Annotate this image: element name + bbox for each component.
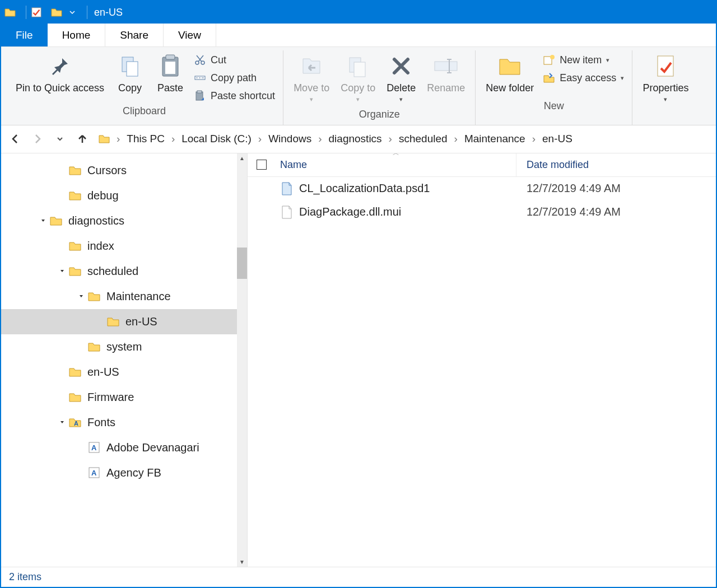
column-headers: ︿ Name Date modified — [248, 153, 716, 177]
file-row[interactable]: DiagPackage.dll.mui12/7/2019 4:49 AM — [248, 200, 716, 224]
folder-icon — [68, 365, 82, 379]
tab-home[interactable]: Home — [48, 24, 106, 46]
nav-tree[interactable]: CursorsdebugdiagnosticsindexscheduledMai… — [1, 153, 248, 567]
breadcrumb-item[interactable]: Windows — [265, 130, 315, 147]
file-date: 12/7/2019 4:49 AM — [516, 206, 716, 218]
chevron-down-icon: ▾ — [356, 96, 360, 103]
qat-properties-icon[interactable] — [31, 5, 42, 20]
copy-button[interactable]: Copy — [110, 50, 150, 97]
tab-file[interactable]: File — [1, 24, 48, 46]
back-button[interactable] — [8, 132, 22, 146]
tab-view[interactable]: View — [164, 24, 216, 46]
forward-button[interactable] — [30, 132, 45, 146]
copy-path-icon — [194, 72, 206, 84]
window-title: en-US — [94, 7, 123, 18]
breadcrumb-item[interactable]: This PC — [123, 130, 168, 147]
main-split: CursorsdebugdiagnosticsindexscheduledMai… — [1, 153, 716, 567]
breadcrumb-item[interactable]: Maintenance — [461, 130, 529, 147]
tree-item-label: scheduled — [87, 265, 138, 278]
folder-icon — [68, 264, 82, 278]
move-to-button[interactable]: Move to ▾ — [288, 50, 335, 105]
svg-text:A: A — [74, 420, 78, 427]
delete-button[interactable]: Delete ▾ — [381, 50, 421, 105]
chevron-down-icon: ▾ — [606, 57, 609, 64]
tree-chevron-icon[interactable] — [75, 293, 87, 300]
tree-item-label: Cursors — [87, 164, 127, 177]
breadcrumb-item[interactable]: scheduled — [395, 130, 451, 147]
tree-item-diagnostics[interactable]: diagnostics — [1, 208, 247, 234]
tree-item-agency-fb[interactable]: AAgency FB — [1, 460, 247, 486]
chevron-down-icon: ▾ — [310, 96, 313, 103]
tree-scrollbar[interactable]: ▲ ▼ — [237, 153, 247, 567]
breadcrumb-item[interactable]: diagnostics — [325, 130, 385, 147]
rename-button[interactable]: Rename — [421, 50, 471, 97]
tree-item-index[interactable]: index — [1, 234, 247, 259]
paste-shortcut-icon — [194, 90, 206, 102]
file-name: CL_LocalizationData.psd1 — [299, 182, 430, 195]
tree-item-en-us[interactable]: en-US — [1, 360, 247, 385]
breadcrumb-item[interactable]: Local Disk (C:) — [178, 130, 255, 147]
tree-chevron-icon[interactable] — [56, 419, 68, 426]
scroll-thumb[interactable] — [237, 248, 247, 279]
paste-shortcut-button[interactable]: Paste shortcut — [194, 90, 275, 102]
tree-item-system[interactable]: system — [1, 334, 247, 360]
folder-icon — [49, 214, 63, 227]
breadcrumb-sep[interactable]: › — [453, 133, 459, 145]
folder-icon — [68, 390, 82, 404]
group-open: Properties ▾ — [632, 50, 699, 125]
qat-folder-icon[interactable] — [51, 5, 62, 20]
tree-item-cursors[interactable]: Cursors — [1, 158, 247, 183]
cut-button[interactable]: Cut — [194, 54, 275, 66]
breadcrumb-sep[interactable]: › — [388, 133, 393, 145]
tree-item-adobe-devanagari[interactable]: AAdobe Devanagari — [1, 435, 247, 460]
paste-button[interactable]: Paste — [150, 50, 190, 97]
sort-indicator-icon: ︿ — [393, 153, 399, 158]
new-item-button[interactable]: New item ▾ — [543, 54, 624, 66]
titlebar-divider — [26, 6, 26, 19]
chevron-down-icon: ▾ — [621, 74, 624, 82]
column-name[interactable]: ︿ Name — [276, 153, 516, 176]
scroll-up-arrow[interactable]: ▲ — [237, 153, 247, 164]
breadcrumb-sep[interactable]: › — [531, 133, 537, 145]
new-item-icon — [543, 54, 555, 66]
breadcrumb-sep[interactable]: › — [317, 133, 323, 145]
breadcrumb-item[interactable]: en-US — [539, 130, 576, 147]
up-button[interactable] — [75, 132, 90, 146]
tree-chevron-icon[interactable] — [37, 217, 49, 224]
group-organize: Move to ▾ Copy to ▾ Delete ▾ — [283, 50, 476, 125]
tree-chevron-icon[interactable] — [56, 268, 68, 274]
chevron-down-icon: ▾ — [399, 96, 403, 103]
tree-item-maintenance[interactable]: Maintenance — [1, 284, 247, 309]
svg-rect-12 — [354, 62, 365, 77]
tree-item-label: system — [106, 340, 142, 353]
tree-item-en-us[interactable]: en-US — [1, 309, 247, 334]
tree-item-fonts[interactable]: AFonts — [1, 410, 247, 435]
breadcrumb-sep[interactable]: › — [115, 133, 121, 145]
file-date: 12/7/2019 4:49 AM — [516, 182, 716, 195]
breadcrumbs[interactable]: › This PC › Local Disk (C:) › Windows › … — [97, 130, 709, 147]
copy-icon — [117, 53, 143, 80]
select-all-checkbox[interactable] — [248, 160, 276, 170]
pin-to-quick-access-button[interactable]: Pin to Quick access — [10, 50, 110, 97]
recent-dropdown[interactable] — [53, 132, 67, 146]
file-row[interactable]: CL_LocalizationData.psd112/7/2019 4:49 A… — [248, 177, 716, 200]
tree-item-firmware[interactable]: Firmware — [1, 385, 247, 410]
file-list: ︿ Name Date modified CL_LocalizationData… — [248, 153, 716, 567]
breadcrumb-sep[interactable]: › — [257, 133, 263, 145]
qat-dropdown-icon[interactable] — [68, 5, 77, 20]
copy-path-button[interactable]: Copy path — [194, 72, 275, 84]
tree-item-label: diagnostics — [68, 214, 124, 227]
tree-item-scheduled[interactable]: scheduled — [1, 259, 247, 284]
breadcrumb-sep[interactable]: › — [170, 133, 176, 145]
tab-share[interactable]: Share — [105, 24, 164, 46]
properties-button[interactable]: Properties ▾ — [637, 50, 694, 105]
easy-access-button[interactable]: Easy access ▾ — [543, 72, 624, 84]
tree-item-debug[interactable]: debug — [1, 183, 247, 208]
chevron-down-icon: ▾ — [664, 96, 667, 103]
svg-rect-2 — [127, 62, 138, 76]
new-folder-button[interactable]: New folder — [480, 50, 539, 97]
scroll-down-arrow[interactable]: ▼ — [237, 557, 247, 567]
copy-to-button[interactable]: Copy to ▾ — [335, 50, 381, 105]
svg-text:A: A — [91, 444, 97, 452]
column-date[interactable]: Date modified — [516, 153, 716, 176]
